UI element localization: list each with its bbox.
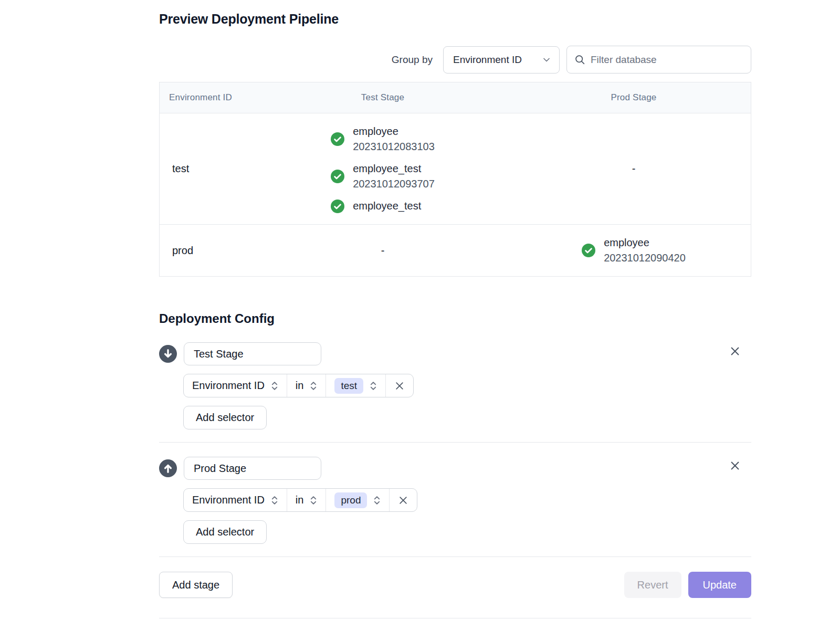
check-circle-icon xyxy=(582,244,595,257)
stage-config-test: Environment ID in test Add selector xyxy=(159,342,751,443)
deployment-entry: employee 20231012090420 xyxy=(582,235,686,266)
deployment-entry: employee_test 20231012093707 xyxy=(331,161,435,192)
environment-name: prod xyxy=(160,245,249,257)
updown-chevron-icon xyxy=(370,380,377,392)
close-icon xyxy=(398,495,408,506)
selector-operator-select[interactable]: in xyxy=(287,489,326,511)
deployment-entry: employee 20231012083103 xyxy=(331,124,435,154)
filter-database-input[interactable] xyxy=(591,54,743,66)
prod-stage-deployments: employee 20231012090420 xyxy=(582,225,686,276)
database-version: 20231012090420 xyxy=(604,250,686,266)
selector-key-select[interactable]: Environment ID xyxy=(184,489,287,511)
filter-database-box xyxy=(566,46,751,74)
group-by-label: Group by xyxy=(392,54,433,66)
column-header-environment-id: Environment ID xyxy=(160,92,249,103)
check-circle-icon xyxy=(331,132,344,146)
database-name: employee xyxy=(353,124,435,139)
add-stage-button[interactable]: Add stage xyxy=(159,572,233,598)
close-icon xyxy=(729,460,741,471)
footer-actions: Add stage Revert Update xyxy=(159,572,751,598)
selector-key-select[interactable]: Environment ID xyxy=(184,374,287,397)
chevron-down-icon xyxy=(541,55,552,65)
pipeline-table: Environment ID Test Stage Prod Stage tes… xyxy=(159,82,751,277)
prod-stage-empty: - xyxy=(517,163,751,175)
deployment-entry: employee_test xyxy=(331,198,435,214)
updown-chevron-icon xyxy=(271,495,278,506)
selector-value-tag: prod xyxy=(334,492,367,508)
page-title: Preview Deployment Pipeline xyxy=(159,0,751,27)
database-name: employee_test xyxy=(353,198,421,214)
add-selector-button[interactable]: Add selector xyxy=(183,406,267,429)
column-header-prod-stage: Prod Stage xyxy=(517,92,751,103)
table-header: Environment ID Test Stage Prod Stage xyxy=(160,82,751,113)
database-name: employee xyxy=(604,235,686,250)
check-circle-icon xyxy=(331,170,344,183)
database-name: employee_test xyxy=(353,161,435,176)
test-stage-empty: - xyxy=(249,245,517,257)
check-circle-icon xyxy=(331,200,344,213)
add-selector-button[interactable]: Add selector xyxy=(183,520,267,544)
table-row: prod - employee 20231012090420 xyxy=(160,225,751,276)
updown-chevron-icon xyxy=(271,380,278,392)
column-header-test-stage: Test Stage xyxy=(249,92,517,103)
selector-value-select[interactable]: prod xyxy=(326,489,389,511)
revert-button[interactable]: Revert xyxy=(624,572,681,598)
updown-chevron-icon xyxy=(373,495,381,506)
stage-title-input[interactable] xyxy=(184,457,321,480)
database-version: 20231012083103 xyxy=(353,139,435,154)
page: Preview Deployment Pipeline Group by Env… xyxy=(0,0,840,630)
group-by-value: Environment ID xyxy=(453,54,522,66)
selector-row: Environment ID in prod xyxy=(183,488,417,512)
close-icon xyxy=(729,345,741,357)
selector-value-select[interactable]: test xyxy=(326,374,385,397)
remove-stage-button[interactable] xyxy=(729,345,741,358)
table-row: test employee 20231012083103 xyxy=(160,113,751,225)
stage-title-input[interactable] xyxy=(184,342,321,365)
group-by-select[interactable]: Environment ID xyxy=(443,46,560,74)
updown-chevron-icon xyxy=(310,380,317,392)
search-icon xyxy=(574,54,585,65)
selector-row: Environment ID in test xyxy=(183,374,414,397)
main-content: Preview Deployment Pipeline Group by Env… xyxy=(159,0,751,618)
remove-stage-button[interactable] xyxy=(729,459,741,472)
selector-operator-select[interactable]: in xyxy=(287,374,326,397)
deployment-config-title: Deployment Config xyxy=(159,311,751,326)
update-button[interactable]: Update xyxy=(688,572,752,598)
selector-value-tag: test xyxy=(334,378,363,394)
remove-selector-button[interactable] xyxy=(385,374,413,397)
stage-config-prod: Environment ID in prod Add selector xyxy=(159,443,751,557)
close-icon xyxy=(394,381,405,391)
arrow-up-circle-icon xyxy=(159,459,177,477)
database-version: 20231012093707 xyxy=(353,176,435,192)
bottom-divider xyxy=(159,618,751,618)
environment-name: test xyxy=(160,163,249,175)
updown-chevron-icon xyxy=(310,495,317,506)
remove-selector-button[interactable] xyxy=(389,489,417,511)
test-stage-deployments: employee 20231012083103 employee_test 20… xyxy=(331,113,435,224)
pipeline-controls: Group by Environment ID xyxy=(159,46,751,74)
arrow-down-circle-icon xyxy=(159,345,177,363)
